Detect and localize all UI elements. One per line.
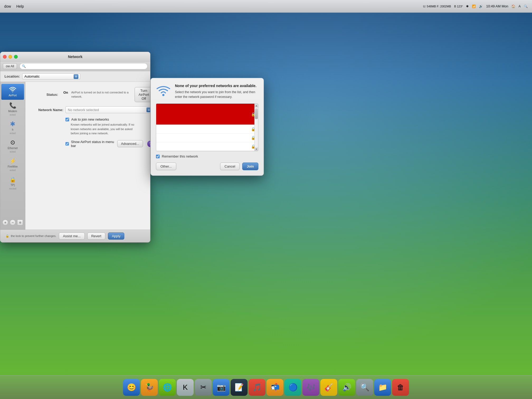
sidebar-bottom: + − ⚙ [0, 217, 25, 227]
search-bar: 🔍 [20, 63, 148, 69]
show-all-button[interactable]: ow All [3, 63, 17, 69]
scroll-track [255, 107, 258, 147]
assist-me-button[interactable]: Assist me... [59, 232, 84, 240]
scroll-thumb[interactable] [255, 108, 258, 119]
dock-icon-app4[interactable]: ✂ [195, 379, 212, 396]
wifi-large-icon [156, 83, 171, 98]
dock-icon-finder[interactable]: 😊 [123, 379, 140, 396]
status-row: Status: On AirPort is turned on but is n… [32, 87, 150, 102]
network-list: 🔒 🔒 🔒 🔒 ▲ ▼ [156, 103, 258, 151]
dock-icon-app12[interactable]: 🔊 [338, 379, 355, 396]
ethernet-icon: ⊙ [8, 139, 17, 146]
add-network-button[interactable]: + [2, 220, 8, 225]
dock-icon-app7[interactable]: 🎵 [249, 379, 265, 396]
dock: 😊 🦆 🌐 K ✂ 📷 📝 🎵 📬 🔵 🎶 🎸 🔊 🔍 📁 🗑 [0, 375, 532, 399]
network-list-item[interactable]: 🔒 [156, 134, 258, 142]
dock-icon-app10[interactable]: 🎶 [302, 379, 319, 396]
airport-icon [8, 86, 17, 93]
turn-airport-button[interactable]: Turn AirPort Off [135, 87, 150, 102]
location-dropdown-arrow: ⊞ [74, 74, 78, 79]
dock-icon-app9[interactable]: 🔵 [284, 379, 301, 396]
menu-window[interactable]: dow [4, 4, 11, 8]
sidebar-item-ethernet[interactable]: ⊙ Ethernet ected [0, 137, 25, 155]
network-placeholder: No network selected [68, 108, 99, 112]
dock-icon-app14[interactable]: 📁 [374, 379, 391, 396]
apply-button[interactable]: Apply [108, 232, 125, 240]
volume-icon[interactable]: 🔊 [479, 4, 483, 8]
sidebar-item-vpn[interactable]: 🔒 TP) nected [0, 174, 25, 192]
location-dropdown[interactable]: Automatic ⊞ [22, 73, 80, 79]
ask-join-section: Ask to join new networks Known networks … [65, 117, 150, 136]
location-value: Automatic [25, 74, 40, 78]
dock-icon-app5[interactable]: 📷 [213, 379, 230, 396]
dock-icon-app15[interactable]: 🗑 [392, 379, 409, 396]
network-list-item[interactable]: 🔒 [156, 142, 258, 151]
sidebar-item-airport[interactable]: AirPort [1, 84, 24, 100]
ask-join-checkbox[interactable] [65, 118, 69, 121]
join-button[interactable]: Join [242, 163, 258, 170]
search-menubar-icon[interactable]: 🔍 [524, 4, 528, 8]
airport-label: AirPort [9, 94, 17, 97]
location-row: Location: Automatic ⊞ [0, 71, 150, 82]
vpn-status: nected [9, 187, 16, 190]
dock-icon-app11[interactable]: 🎸 [320, 379, 337, 396]
ethernet-label: Ethernet [8, 147, 18, 150]
scroll-up-button[interactable]: ▲ [255, 104, 258, 107]
panel-body: AirPort 📞 Modem ected ✱ h ected ⊙ Ethern… [0, 82, 150, 230]
ask-join-row: Ask to join new networks [65, 117, 150, 121]
bottom-bar: 🔒the lock to prevent further changes. As… [0, 230, 150, 242]
network-name-dropdown[interactable]: No network selected ⊞ [65, 106, 150, 113]
home-icon: 🏠 [511, 4, 515, 8]
dock-icon-app8[interactable]: 📬 [267, 379, 283, 396]
network-list-item[interactable]: 🔒 [156, 125, 258, 134]
status-controls: On AirPort is turned on but is not conne… [63, 87, 150, 102]
dock-icon-app1[interactable]: 🦆 [141, 379, 158, 396]
wifi-icon[interactable]: 📶 [472, 4, 476, 8]
cancel-button[interactable]: Cancel [220, 163, 240, 170]
minimize-button[interactable] [8, 55, 12, 59]
other-button[interactable]: Other... [156, 163, 176, 170]
show-airport-row: Show AirPort status in menu bar Advanced… [65, 140, 150, 148]
sidebar-item-bluetooth[interactable]: ✱ h ected [0, 118, 25, 137]
remember-label: Remember this network [162, 154, 198, 158]
vpn-icon: 🔒 [8, 176, 17, 183]
remember-network-checkbox[interactable] [156, 155, 160, 158]
modem-status: ected [10, 113, 16, 116]
font-icon: A [519, 4, 521, 8]
dock-icon-app13[interactable]: 🔍 [356, 379, 373, 396]
modem-icon: 📞 [8, 102, 17, 109]
bluetooth-sidebar-icon: ✱ [8, 120, 17, 128]
remember-row: Remember this network [156, 154, 258, 158]
advanced-button[interactable]: Advanced... [117, 140, 143, 147]
location-label: Location: [4, 74, 20, 78]
network-options-button[interactable]: ⚙ [17, 220, 23, 225]
scroll-down-button[interactable]: ▼ [255, 147, 258, 151]
show-airport-label: Show AirPort status in menu bar [71, 140, 115, 148]
network-content: Status: On AirPort is turned on but is n… [25, 82, 150, 230]
network-dropdown-arrow: ⊞ [146, 107, 150, 112]
maximize-button[interactable] [14, 55, 18, 59]
network-list-item[interactable]: 🔒 [156, 104, 258, 125]
toolbar: ow All 🔍 [0, 61, 150, 71]
memory-indicator: U: 548MB F: 2002MB [423, 5, 451, 8]
dock-icon-app6[interactable]: 📝 [231, 379, 248, 396]
sidebar-item-firewire[interactable]: ⚡ FireWire ected [0, 155, 25, 174]
help-button[interactable]: ? [147, 141, 150, 147]
status-description: AirPort is turned on but is not connecte… [71, 91, 129, 99]
network-dialog: None of your preferred networks are avai… [150, 78, 264, 176]
dock-icon-app2[interactable]: 🌐 [159, 379, 176, 396]
svg-point-0 [162, 94, 164, 96]
remove-network-button[interactable]: − [10, 220, 16, 225]
menu-help[interactable]: Help [16, 4, 24, 8]
revert-button[interactable]: Revert [87, 232, 105, 240]
dialog-header: None of your preferred networks are avai… [156, 83, 258, 99]
dock-icon-app3[interactable]: K [177, 379, 194, 396]
sidebar-item-modem[interactable]: 📞 Modem ected [0, 100, 25, 118]
modem-label: Modem [8, 110, 17, 113]
bluetooth-status: ected [10, 132, 16, 135]
window-controls [3, 55, 18, 59]
close-button[interactable] [3, 55, 7, 59]
show-airport-checkbox[interactable] [65, 142, 69, 146]
ask-join-label: Ask to join new networks [71, 117, 109, 121]
menubar: dow Help U: 548MB F: 2002MB B 123° ✱ 📶 🔊… [0, 0, 532, 13]
